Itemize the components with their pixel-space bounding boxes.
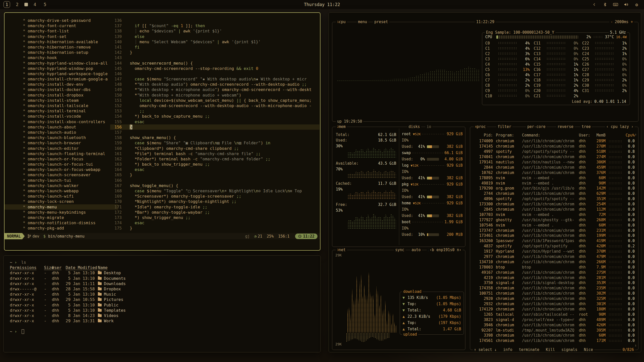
process-row[interactable]: 4896spotify/opt/spotify/spotify --dhh351… bbox=[473, 196, 636, 202]
filter-button[interactable]: filter bbox=[496, 124, 512, 129]
process-row[interactable]: 3750signal-d/usr/lib/signal-desktopdhh35… bbox=[473, 280, 636, 286]
file-list-item[interactable]: *omarchy-launch-walker bbox=[5, 183, 118, 188]
process-row[interactable]: 107546nvimnvim --embed .dhh60M0.0 bbox=[473, 222, 636, 228]
file-list-item[interactable]: *omarchy-hyprland-window-pop bbox=[5, 66, 118, 71]
process-row[interactable]: 179141nautilus/usr/bin/nautilus --newdhh… bbox=[473, 160, 636, 165]
bluetooth-icon[interactable] bbox=[602, 2, 608, 7]
proc-header-cell[interactable]: Pid: bbox=[473, 133, 493, 138]
process-row[interactable]: 173300chromium/usr/lib/chromium/chromdhh… bbox=[473, 202, 636, 207]
process-row[interactable]: 178895nvimnvim --embed .dhh60M0.0 bbox=[473, 175, 636, 180]
proc-footer-item[interactable]: info bbox=[503, 347, 512, 352]
process-row[interactable]: 1917Hyprland/usr/bin/Hyprland --watdhh37… bbox=[473, 249, 636, 254]
workspace-app-icon[interactable] bbox=[24, 3, 28, 6]
file-list-item[interactable]: *omarchy-install-tailscale bbox=[5, 103, 118, 108]
file-list-item[interactable]: *omarchy-hook bbox=[5, 55, 118, 60]
file-list-item[interactable]: *omarchy-launch-audio bbox=[5, 130, 118, 135]
process-row[interactable]: 174041chromium/usr/lib/chromium/chromdhh… bbox=[473, 154, 636, 160]
proc-header-cell[interactable]: User: bbox=[579, 133, 592, 138]
keyboard-icon[interactable] bbox=[613, 2, 618, 7]
process-row[interactable]: 3946chromium/usr/lib/chromium/chromdhh42… bbox=[473, 322, 636, 328]
file-list-item[interactable]: *omarchy-launch-about bbox=[5, 124, 118, 130]
chevron-left-icon[interactable] bbox=[592, 2, 597, 7]
reverse-toggle[interactable]: reverse bbox=[556, 124, 575, 129]
file-list-item[interactable]: *omarchy-launch-webapp bbox=[5, 188, 118, 194]
file-list-item[interactable]: *omarchy-launch-browser bbox=[5, 140, 118, 146]
per-core-toggle[interactable]: per-core bbox=[526, 124, 547, 129]
code-pane[interactable]: 136137 if [[ "$count" -eq 1 ]]; then138 … bbox=[110, 18, 319, 231]
process-row[interactable]: 100751chromium/usr/lib/chromium/chromdhh… bbox=[473, 291, 636, 296]
scroll-up-arrow[interactable]: ↑ bbox=[635, 132, 637, 137]
proc-header-cell[interactable]: Program: bbox=[496, 133, 520, 138]
preset-button[interactable]: preset bbox=[373, 20, 389, 24]
tree-toggle[interactable]: tree bbox=[580, 124, 592, 129]
process-row[interactable]: 178003btopbtopdhh7.9M0.0 bbox=[473, 264, 636, 270]
process-row[interactable]: 177927ghostty/usr/bin/ghostty --gtk-dhh2… bbox=[473, 217, 636, 222]
file-list-item[interactable]: *omarchy-lock-screen bbox=[5, 199, 118, 204]
process-row[interactable]: 174561chromium/usr/lib/chromium/chromdhh… bbox=[473, 338, 636, 343]
process-row[interactable]: 92207lm-studi/tmp/.mount_lmstudw3AZQdhh3… bbox=[473, 328, 636, 333]
process-row[interactable]: 174145chromium/usr/lib/chromium/chromdhh… bbox=[473, 144, 636, 149]
process-row[interactable]: 4997spotify/opt/spotify/spotify --dhh518… bbox=[473, 149, 636, 154]
process-row[interactable]: 4837spotify/opt/spotify/spotifydhh420M0.… bbox=[473, 244, 636, 249]
process-row[interactable]: 3398chromium/usr/lib/chromium/chromdhh60… bbox=[473, 333, 636, 338]
workspace-1[interactable]: 1 bbox=[4, 1, 10, 8]
net-auto-toggle[interactable]: auto bbox=[410, 248, 422, 252]
proc-footer-item[interactable]: terminate bbox=[519, 347, 539, 352]
process-row[interactable]: 174129chromium/usr/lib/chromium/chromdhh… bbox=[473, 307, 636, 312]
file-list-item[interactable]: *omarchy-install-chromium-google-a bbox=[5, 76, 118, 82]
workspace-5[interactable]: 5 bbox=[42, 2, 48, 8]
workspace-4[interactable]: 4 bbox=[32, 2, 38, 8]
net-interface-switcher[interactable]: ‹b enp191s0 n› bbox=[428, 248, 463, 252]
process-row[interactable]: 3823signal-d/proc/self/exe --type=rdhh48… bbox=[473, 317, 636, 322]
process-row[interactable]: 173461chromium/usr/lib/chromium/chromdhh… bbox=[473, 233, 636, 238]
process-row[interactable]: 4219chromium/usr/lib/chromium/chromdhh28… bbox=[473, 275, 636, 280]
file-list-item[interactable]: *omarchy-launch-or-focus bbox=[5, 156, 118, 162]
process-row[interactable]: 2977chromium/usr/lib/chromium/chromdhh47… bbox=[473, 254, 636, 259]
tab-disks[interactable]: disks bbox=[407, 124, 421, 129]
proc-header-cell[interactable]: MemB bbox=[592, 133, 606, 138]
process-row[interactable]: 2844chromium/usr/lib/chromium/chromdhh45… bbox=[473, 165, 636, 170]
process-row[interactable]: 10762chromium/usr/lib/chromium/chromdhh3… bbox=[473, 170, 636, 175]
proc-header-cell[interactable]: Command: bbox=[522, 133, 577, 138]
process-row[interactable]: 174009chromium/usr/lib/chromium/chromdhh… bbox=[473, 139, 636, 144]
proc-footer-item[interactable]: Kill bbox=[546, 347, 555, 352]
menu-button[interactable]: menu bbox=[357, 20, 368, 24]
file-list-item[interactable]: *omarchy-install-docker-dbs bbox=[5, 87, 118, 92]
file-list-item[interactable]: *omarchy-install-terminal bbox=[5, 108, 118, 114]
file-list-item[interactable]: *omarchy-install-xbox-controllers bbox=[5, 119, 118, 124]
file-list-item[interactable]: *omarchy-launch-bluetooth bbox=[5, 135, 118, 140]
file-list-item[interactable]: *omarchy-hibernation-available bbox=[5, 39, 118, 44]
editor-window[interactable]: *omarchy-drive-set-password*omarchy-font… bbox=[4, 12, 320, 251]
process-row[interactable]: 2920chromium/usr/lib/chromium/chromdhh32… bbox=[473, 296, 636, 301]
file-list-item[interactable]: *omarchy-notification-dismiss bbox=[5, 220, 118, 225]
file-list-item[interactable]: *omarchy-font-list bbox=[5, 28, 118, 34]
net-sync-toggle[interactable]: sync bbox=[394, 248, 406, 252]
proc-footer-item[interactable]: signals bbox=[561, 347, 577, 352]
process-row[interactable]: 134710chromium/usr/lib/chromium/chromdhh… bbox=[473, 259, 636, 264]
file-list-item[interactable]: *omarchy-hyprland-workspace-toggle bbox=[5, 71, 118, 76]
file-list-item[interactable]: *omarchy-menu bbox=[5, 204, 118, 210]
process-row[interactable]: 2845chromium/usr/lib/chromium/chromdhh11… bbox=[473, 207, 636, 212]
process-row[interactable]: 49167chromium/usr/lib/chromium/chromdhh2… bbox=[473, 270, 636, 275]
file-list-item[interactable]: *omarchy-hibernation-remove bbox=[5, 44, 118, 50]
file-list-item[interactable]: *omarchy-hyprland-window-close-all bbox=[5, 61, 118, 66]
file-list-item[interactable]: *omarchy-install-dropbox bbox=[5, 93, 118, 98]
process-row[interactable]: 179290org.gnom/usr/bin/gjs /usr/lib/odhh… bbox=[473, 186, 636, 191]
file-list-item[interactable]: *omarchy-launch-tui bbox=[5, 178, 118, 183]
file-list-item[interactable]: *omarchy-drive-set-password bbox=[5, 18, 118, 23]
file-list-item[interactable]: *omarchy-font-current bbox=[5, 23, 118, 28]
file-list-item[interactable]: *omarchy-install-vscode bbox=[5, 114, 118, 119]
sort-mode[interactable]: ‹ cpu lazy › bbox=[605, 124, 635, 129]
file-list-item[interactable]: *omarchy-launch-wifi bbox=[5, 194, 118, 199]
volume-icon[interactable] bbox=[623, 2, 629, 7]
process-row[interactable]: 2932chromium/usr/lib/chromium/chromdhh30… bbox=[473, 301, 636, 307]
interval-plus-button[interactable]: + bbox=[629, 20, 634, 24]
process-row[interactable]: 173747chromium/usr/lib/chromium/chromdhh… bbox=[473, 228, 636, 233]
proc-footer-item[interactable]: Nice bbox=[584, 347, 593, 352]
process-row[interactable]: 1265tailscal/usr/sbin/tailscaled --root9… bbox=[473, 312, 636, 317]
prompt-line-2[interactable]: ~ › bbox=[10, 329, 320, 334]
process-row[interactable]: 1632601passwor/usr/lib/1Password/1pasdhh… bbox=[473, 238, 636, 244]
file-list-item[interactable]: *omarchy-launch-screensaver bbox=[5, 172, 118, 177]
process-row[interactable]: 107703nvimnvim --embed .dhh72M0.0 bbox=[473, 212, 636, 217]
file-list-item[interactable]: *omarchy-install-dev-env bbox=[5, 82, 118, 87]
